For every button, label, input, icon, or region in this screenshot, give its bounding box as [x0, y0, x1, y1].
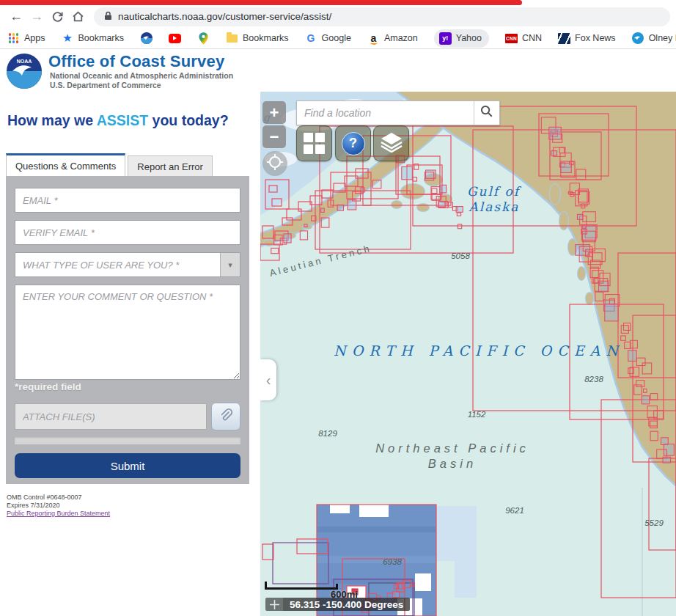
bookmark-bookmarks[interactable]: Bookmarks [226, 32, 289, 45]
noaa-icon [140, 32, 153, 45]
bookmark-noaa[interactable] [140, 32, 153, 45]
user-type-select[interactable]: WHAT TYPE OF USER ARE YOU? * ▾ [15, 252, 240, 277]
bookmark-label: Google [322, 33, 351, 43]
bookmark-youtube[interactable] [169, 32, 181, 45]
chart-extent-rect[interactable] [284, 234, 291, 243]
tab-bar: Questions & Comments Report an Error [6, 153, 215, 178]
bookmark-google[interactable]: GGoogle [305, 32, 351, 45]
verify-email-field[interactable] [15, 220, 240, 245]
crosshair-ring-icon [267, 154, 283, 173]
tab-questions-comments[interactable]: Questions & Comments [6, 153, 125, 178]
chart-extent-rect[interactable] [361, 188, 364, 192]
email-field[interactable] [15, 188, 240, 213]
reload-icon[interactable] [47, 7, 67, 26]
layers-tool-button[interactable] [373, 125, 409, 161]
chart-extent-rect[interactable] [561, 163, 571, 172]
chart-extent-rect[interactable] [440, 185, 447, 193]
question-mark-icon: ? [342, 132, 365, 155]
locate-button[interactable] [262, 151, 287, 176]
chart-extent-rect[interactable] [402, 166, 413, 179]
folder-icon [226, 32, 238, 45]
bookmark-maps-pin[interactable] [197, 32, 210, 45]
chart-extent-rect[interactable] [456, 207, 463, 213]
map-graphics: gGulf ofAlaskaAleutian TrenchNORTH PACIF… [260, 92, 676, 616]
header-subtitle-2: U.S. Department of Commerce [50, 81, 161, 89]
url-bar[interactable]: nauticalcharts.noaa.gov/customer-service… [94, 7, 670, 26]
attach-button[interactable] [211, 403, 240, 430]
search-button[interactable] [474, 101, 499, 125]
map-label: Gulf of [467, 184, 522, 199]
chart-extent-rect[interactable] [321, 208, 325, 212]
yahoo-icon: y! [439, 32, 452, 45]
depth-label: 5529 [644, 518, 664, 527]
bookmarks-bar: Apps★BookmarksBookmarksGGoogleaAmazony!Y… [0, 28, 676, 49]
search-input[interactable] [297, 101, 474, 125]
chart-extent-rect[interactable] [551, 151, 557, 155]
coordinates-bar: 56.315 -150.400 Degrees [265, 598, 410, 611]
bookmark-bookmarks[interactable]: ★Bookmarks [62, 32, 125, 45]
bookmark-label: Fox News [575, 33, 616, 43]
chart-extent-rect[interactable] [642, 396, 649, 404]
contact-form: WHAT TYPE OF USER ARE YOU? * ▾ *required… [6, 176, 249, 484]
omb-control-number: OMB Control #0648-0007 [7, 494, 110, 502]
depth-label: 9621 [505, 506, 524, 515]
location-search [296, 100, 500, 125]
depth-label: 8238 [584, 375, 603, 384]
help-tool-button[interactable]: ? [335, 125, 371, 161]
chart-extent-rect[interactable] [337, 205, 343, 210]
back-icon[interactable]: ← [6, 7, 26, 26]
grid-icon [304, 133, 325, 154]
depth-label: 5058 [451, 252, 470, 260]
apps-grid-icon [7, 32, 20, 45]
page: ← → nauticalcharts.noaa.gov/customer-ser… [0, 0, 676, 616]
bookmark-apps[interactable]: Apps [7, 32, 45, 45]
submit-button[interactable]: Submit [15, 453, 240, 478]
lock-icon [104, 10, 112, 23]
assist-panel: How may we ASSIST you today? Questions &… [0, 92, 260, 616]
bookmark-yahoo[interactable]: y!Yahoo [434, 29, 489, 48]
chart-extent-rect[interactable] [549, 127, 561, 139]
chart-extent-rect[interactable] [582, 225, 586, 228]
star-icon: ★ [62, 32, 74, 45]
fox-icon [558, 32, 570, 45]
bookmark-amazon[interactable]: aAmazon [367, 32, 418, 45]
chart-extent-rect[interactable] [393, 592, 400, 598]
bookmark-cnn[interactable]: CNNCNN [505, 32, 542, 45]
chart-extent-rect[interactable] [628, 351, 636, 362]
omb-footer: OMB Control #0648-0007 Expires 7/31/2020… [7, 494, 110, 518]
comment-field[interactable] [15, 285, 240, 380]
map-canvas[interactable]: gGulf ofAlaskaAleutian TrenchNORTH PACIF… [260, 92, 676, 616]
scale-bar [265, 582, 341, 590]
panel-collapse-handle[interactable]: ‹ [260, 359, 276, 400]
forward-icon[interactable]: → [26, 7, 47, 26]
chart-extent-rect[interactable] [663, 457, 671, 463]
noaa-logo-icon[interactable]: NOAA [7, 54, 42, 89]
tab-report-an-error[interactable]: Report an Error [128, 155, 213, 178]
map-label: Alaska [468, 199, 519, 214]
zoom-in-button[interactable]: + [262, 101, 286, 124]
chart-extent-rect[interactable] [577, 214, 582, 219]
depth-label: 6938 [383, 557, 402, 566]
chevron-down-icon[interactable]: ▾ [220, 253, 240, 276]
youtube-icon [169, 32, 181, 45]
burden-statement-link[interactable]: Public Reporting Burden Statement [7, 510, 110, 517]
chart-grid-tool-button[interactable] [296, 125, 332, 161]
bookmark-olney-nws[interactable]: Olney NWS [632, 32, 676, 45]
chart-extent-rect[interactable] [438, 202, 445, 208]
bookmark-label: Bookmarks [243, 33, 289, 43]
attach-row [15, 403, 240, 430]
attach-files-field[interactable] [15, 403, 207, 430]
zoom-out-button[interactable]: − [262, 125, 286, 148]
page-title: Office of Coast Survey [48, 52, 224, 71]
omb-expires: Expires 7/31/2020 [7, 502, 110, 510]
amazon-a-icon: a [367, 32, 380, 45]
home-icon[interactable] [67, 7, 88, 26]
depth-label: 8129 [318, 429, 337, 438]
chart-extent-rect[interactable] [304, 224, 307, 227]
bookmark-fox-news[interactable]: Fox News [558, 32, 616, 45]
chart-extent-rect[interactable] [605, 304, 618, 321]
layers-icon [381, 132, 403, 155]
cnn-icon: CNN [505, 32, 518, 45]
maps-pin-icon [197, 32, 210, 45]
recording-indicator-bar [0, 0, 522, 5]
